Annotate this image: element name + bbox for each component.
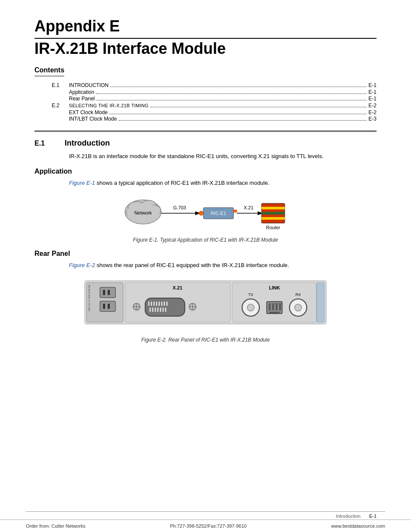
svg-rect-62	[272, 303, 274, 310]
app-diagram-svg: Network G.703 RIC-E1 X.21	[119, 194, 292, 233]
contents-section: Contents E.1 Introduction E-1 Applicatio…	[34, 66, 377, 122]
svg-rect-40	[161, 302, 162, 306]
svg-rect-49	[165, 308, 166, 312]
svg-rect-35	[148, 302, 149, 306]
contents-heading: Contents	[34, 66, 64, 76]
svg-rect-39	[159, 302, 160, 306]
svg-text:LINK: LINK	[269, 285, 280, 290]
main-content: Appendix E IR-X.21B Interface Module Con…	[0, 0, 411, 511]
figure-e1-caption: Figure E-1. Typical Application of RIC-E…	[34, 237, 377, 243]
toc-page-intlbt: E-3	[368, 116, 377, 122]
footer-left: Order from: Cutter Networks	[26, 523, 85, 529]
toc-page-application: E-1	[368, 89, 377, 95]
section-e1-num: E.1	[34, 140, 56, 147]
toc-dots-e2	[150, 107, 367, 107]
svg-text:RX: RX	[296, 292, 301, 297]
svg-rect-18	[262, 217, 285, 220]
svg-rect-28	[108, 304, 110, 309]
svg-point-58	[247, 304, 254, 311]
svg-rect-42	[166, 302, 168, 306]
application-figure-ref: Figure E-1	[69, 180, 95, 186]
svg-text:RIC-E1 X.21B T1/E1W: RIC-E1 X.21B T1/E1W	[88, 284, 90, 311]
svg-rect-34	[145, 298, 185, 316]
toc-label-e2: Selecting the IR-X.21B Timing	[69, 103, 149, 108]
svg-text:Network: Network	[134, 210, 152, 215]
appendix-title: Appendix E	[34, 17, 377, 39]
svg-point-66	[295, 304, 302, 311]
footer-right: www.bestdatasource.com	[331, 523, 385, 529]
footer-section-name: Introduction	[336, 513, 360, 519]
toc-num-e1: E.1	[52, 82, 69, 88]
svg-rect-27	[103, 304, 105, 309]
svg-rect-37	[153, 302, 155, 306]
svg-text:X.21: X.21	[244, 205, 254, 210]
application-body: Figure E-1 shows a typical application o…	[69, 179, 377, 187]
section-e1-heading: E.1 Introduction	[34, 139, 377, 148]
toc-dots-rearpanel	[97, 100, 367, 100]
section-e1-title: Introduction	[65, 139, 110, 148]
toc-row-intlbt: INT/LBT Clock Mode E-3	[52, 116, 377, 122]
svg-rect-43	[149, 308, 151, 312]
rear-panel-body: Figure E-2 shows the rear panel of RIC-E…	[69, 261, 377, 270]
toc-num-e2: E.2	[52, 103, 69, 109]
toc-dots-extclock	[109, 114, 367, 114]
double-rule	[34, 131, 377, 132]
svg-text:G.703: G.703	[173, 205, 186, 210]
rear-panel-svg: RIC-E1 X.21B T1/E1W X.21	[81, 277, 330, 333]
svg-rect-48	[162, 308, 164, 312]
figure-e1-container: Network G.703 RIC-E1 X.21	[34, 194, 377, 243]
svg-rect-47	[160, 308, 161, 312]
svg-text:TX: TX	[248, 292, 253, 297]
svg-rect-12	[234, 210, 237, 212]
page-footer: Order from: Cutter Networks Ph:727-398-5…	[0, 520, 411, 532]
svg-point-9	[199, 211, 203, 215]
toc-label-application: Application	[69, 89, 94, 95]
svg-rect-63	[276, 303, 277, 310]
toc-page-e1: E-1	[368, 82, 377, 88]
toc-row-rearpanel: Rear Panel E-1	[52, 96, 377, 102]
toc-dots-e1	[110, 87, 367, 87]
svg-rect-38	[156, 302, 157, 306]
svg-rect-36	[151, 302, 152, 306]
svg-rect-45	[155, 308, 156, 312]
rear-panel-figure-ref: Figure E-2	[69, 262, 95, 268]
toc-label-e1: Introduction	[69, 82, 109, 88]
svg-rect-17	[262, 212, 285, 215]
toc-label-extclock: EXT Clock Mode	[69, 109, 108, 115]
svg-rect-67	[317, 283, 324, 322]
svg-rect-44	[152, 308, 153, 312]
page-container: Appendix E IR-X.21B Interface Module Con…	[0, 0, 411, 532]
toc-row-application: Application E-1	[52, 89, 377, 95]
rear-panel-diagram-wrapper: RIC-E1 X.21B T1/E1W X.21	[34, 277, 377, 333]
module-title: IR-X.21B Interface Module	[34, 40, 377, 58]
application-heading: Application	[34, 168, 377, 175]
footer-center: Ph:727-398-5252/Fax:727-397-9610	[170, 523, 246, 529]
section-e1-body: IR-X.21B is an interface module for the …	[69, 152, 377, 161]
svg-rect-61	[269, 303, 271, 310]
application-body-after: shows a typical application of RIC-E1 wi…	[95, 180, 270, 186]
toc-page-rearpanel: E-1	[368, 96, 377, 102]
svg-rect-24	[103, 290, 105, 295]
toc-page-extclock: E-2	[368, 109, 377, 115]
svg-rect-60	[269, 312, 280, 314]
toc-dots-intlbt	[118, 120, 367, 121]
figure-e2-container: RIC-E1 X.21B T1/E1W X.21	[34, 277, 377, 343]
footer-nav: Introduction E-1	[0, 512, 411, 520]
svg-rect-25	[108, 290, 110, 295]
app-diagram-wrapper: Network G.703 RIC-E1 X.21	[34, 194, 377, 233]
svg-rect-46	[157, 308, 159, 312]
svg-text:X.21: X.21	[173, 285, 183, 290]
svg-text:Router: Router	[266, 225, 280, 230]
svg-text:RIC-E1: RIC-E1	[211, 211, 226, 216]
footer-page-num: E-1	[369, 513, 377, 519]
svg-rect-16	[262, 207, 285, 209]
rear-panel-heading: Rear Panel	[34, 250, 377, 258]
figure-e2-caption: Figure E-2. Rear Panel of RIC-E1 with IR…	[34, 337, 377, 343]
toc-row-extclock: EXT Clock Mode E-2	[52, 109, 377, 115]
toc-label-rearpanel: Rear Panel	[69, 96, 95, 102]
toc-row-e1: E.1 Introduction E-1	[52, 82, 377, 88]
toc-page-e2: E-2	[368, 103, 377, 109]
toc-container: E.1 Introduction E-1 Application E-1 Rea…	[34, 82, 377, 122]
svg-rect-41	[164, 302, 165, 306]
toc-row-e2: E.2 Selecting the IR-X.21B Timing E-2	[52, 103, 377, 109]
